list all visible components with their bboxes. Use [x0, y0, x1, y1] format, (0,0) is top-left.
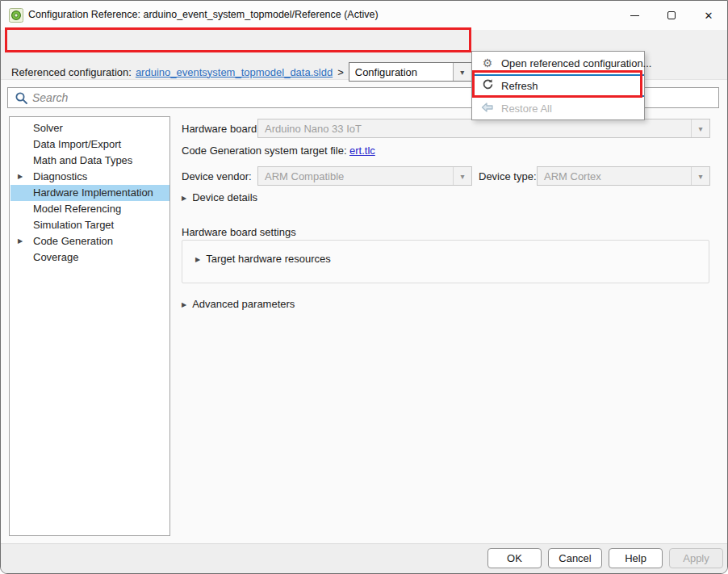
- configuration-select-arrow[interactable]: ▾: [453, 63, 471, 81]
- expander-icon: ▶: [195, 256, 200, 263]
- search-input[interactable]: [32, 89, 484, 107]
- hardware-board-select[interactable]: Arduino Nano 33 IoT ▾: [257, 119, 710, 138]
- minimize-icon: [630, 15, 639, 16]
- expander-icon[interactable]: ▶: [18, 233, 23, 249]
- expander-icon: ▶: [182, 301, 186, 308]
- tree-item-code-generation[interactable]: ▶Code Generation: [10, 233, 169, 249]
- window-title: Configuration Reference: arduino_event_s…: [28, 9, 379, 20]
- device-type-select[interactable]: ARM Cortex ▾: [537, 166, 710, 186]
- help-button[interactable]: Help: [609, 548, 663, 568]
- expander-icon[interactable]: ▶: [18, 169, 23, 185]
- tree-item-solver[interactable]: Solver: [10, 120, 169, 136]
- hardware-board-value: Arduino Nano 33 IoT: [265, 123, 362, 135]
- expander-icon: ▶: [182, 195, 186, 202]
- device-type-value: ARM Cortex: [544, 170, 601, 182]
- reference-actions-menu: ⚙ Open referenced configuration... Refre…: [471, 51, 645, 120]
- hardware-board-settings-group: ▶Target hardware resources: [182, 240, 709, 283]
- close-icon: ✕: [705, 10, 713, 21]
- chevron-down-icon: ▾: [460, 68, 464, 77]
- gears-icon: ⚙: [479, 57, 496, 69]
- window-controls: ✕: [616, 1, 727, 30]
- referenced-data-dictionary-link[interactable]: arduino_eventsystem_topmodel_data.sldd: [136, 66, 333, 78]
- target-hardware-resources-expander[interactable]: ▶Target hardware resources: [195, 253, 331, 265]
- category-tree: Solver Data Import/Export Math and Data …: [9, 116, 170, 536]
- menu-item-refresh[interactable]: Refresh: [472, 74, 644, 97]
- device-vendor-select[interactable]: ARM Compatible ▾: [257, 166, 472, 186]
- tree-item-simulation-target[interactable]: Simulation Target: [10, 217, 169, 233]
- tree-item-math-and-data-types[interactable]: Math and Data Types: [10, 153, 169, 169]
- device-type-label: Device type:: [479, 170, 537, 182]
- simulink-config-icon: [9, 8, 23, 23]
- device-details-expander[interactable]: ▶Device details: [182, 191, 257, 203]
- target-file-label: Code Generation system target file:: [182, 145, 347, 157]
- tree-item-data-import-export[interactable]: Data Import/Export: [10, 136, 169, 153]
- menu-item-open-referenced-configuration[interactable]: ⚙ Open referenced configuration...: [472, 52, 644, 74]
- ert-tlc-link[interactable]: ert.tlc: [349, 145, 375, 157]
- apply-button: Apply: [669, 548, 723, 568]
- tree-item-model-referencing[interactable]: Model Referencing: [10, 201, 169, 217]
- chevron-down-icon: ▾: [698, 172, 702, 181]
- chevron-down-icon: ▾: [460, 172, 464, 181]
- title-bar: Configuration Reference: arduino_event_s…: [1, 1, 727, 30]
- device-vendor-value: ARM Compatible: [265, 170, 344, 182]
- tree-item-hardware-implementation[interactable]: Hardware Implementation: [10, 185, 169, 201]
- menu-item-restore-all: Restore All: [472, 97, 644, 119]
- hardware-board-select-arrow[interactable]: ▾: [691, 119, 709, 137]
- device-vendor-label: Device vendor:: [182, 170, 252, 182]
- configuration-select[interactable]: Configuration ▾: [349, 62, 472, 82]
- configuration-reference-dialog: Configuration Reference: arduino_event_s…: [0, 0, 728, 574]
- maximize-icon: [667, 11, 676, 19]
- advanced-parameters-expander[interactable]: ▶Advanced parameters: [182, 298, 295, 310]
- close-button[interactable]: ✕: [690, 1, 727, 30]
- tree-item-diagnostics[interactable]: ▶Diagnostics: [10, 169, 169, 185]
- referenced-configuration-row: Referenced configuration: arduino_events…: [11, 62, 472, 82]
- device-type-select-arrow[interactable]: ▾: [691, 167, 709, 185]
- cancel-button[interactable]: Cancel: [548, 548, 602, 568]
- referenced-configuration-label: Referenced configuration:: [11, 66, 132, 78]
- minimize-button[interactable]: [616, 1, 653, 30]
- device-vendor-select-arrow[interactable]: ▾: [453, 167, 471, 185]
- restore-all-icon: [479, 102, 496, 115]
- tree-item-coverage[interactable]: Coverage: [10, 249, 169, 266]
- ok-button[interactable]: OK: [487, 548, 542, 568]
- footer-bar: OK Cancel Help Apply: [1, 543, 727, 573]
- configuration-select-value: Configuration: [355, 66, 417, 78]
- hardware-board-label: Hardware board:: [182, 123, 260, 135]
- breadcrumb-separator: >: [337, 66, 344, 78]
- hardware-board-settings-label: Hardware board settings: [182, 226, 296, 238]
- refresh-icon: [479, 78, 496, 93]
- maximize-button[interactable]: [653, 1, 690, 30]
- chevron-down-icon: ▾: [698, 124, 702, 133]
- search-icon: [15, 91, 28, 105]
